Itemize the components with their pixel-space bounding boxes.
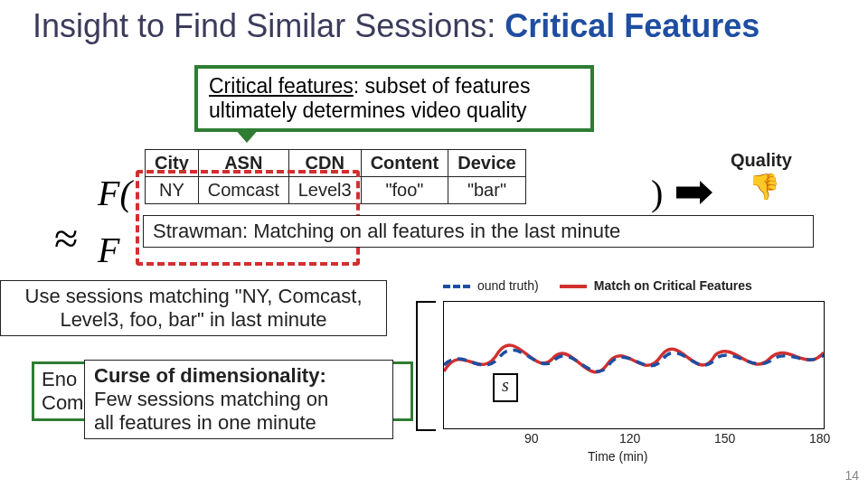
curse-line3: all features in one minute (94, 411, 383, 435)
chart-lines (444, 302, 824, 428)
function-f2: F (98, 229, 119, 271)
tick-180: 180 (809, 431, 830, 446)
use-sessions-callout: Use sessions matching "NY, Comcast, Leve… (0, 280, 387, 336)
y-axis-bracket (416, 301, 436, 431)
col-content: Content (361, 150, 448, 177)
legend-swatch-red (560, 285, 587, 288)
slide-title: Insight to Find Similar Sessions: Critic… (0, 0, 868, 45)
thumbs-down-icon: 👎 (749, 172, 780, 202)
curse-line1: Curse of dimensionality: (94, 364, 383, 388)
function-f-close: ) (651, 172, 663, 214)
legend-red-label: Match on Critical Features (594, 278, 752, 293)
tick-90: 90 (524, 431, 539, 446)
critical-features-callout: Critical features: subset of features ul… (194, 65, 594, 132)
chart-area: ound truth) Match on Critical Features s… (389, 278, 841, 468)
title-plain: Insight to Find Similar Sessions: (33, 7, 505, 44)
legend-swatch-blue (443, 285, 470, 288)
cell-content: "foo" (361, 177, 448, 204)
use-sessions-line1: Use sessions matching "NY, Comcast, (8, 285, 379, 308)
col-device: Device (448, 150, 526, 177)
quality-label: Quality (731, 150, 792, 171)
tick-120: 120 (619, 431, 640, 446)
legend-blue-label: ound truth) (477, 278, 539, 293)
approx-symbol: ≈ (54, 213, 78, 263)
strawman-callout: Strawman: Matching on all features in th… (143, 215, 814, 248)
page-number: 14 (844, 468, 859, 483)
tick-150: 150 (714, 431, 735, 446)
chart-legend: ound truth) Match on Critical Features (443, 278, 752, 293)
callout-underline: Critical features (209, 74, 354, 98)
arrow-icon (676, 181, 712, 204)
chart-xlabel: Time (min) (588, 449, 647, 464)
title-strong: Critical Features (505, 7, 760, 44)
cell-device: "bar" (448, 177, 526, 204)
curse-callout: Curse of dimensionality: Few sessions ma… (84, 360, 393, 439)
curse-line2: Few sessions matching on (94, 388, 383, 411)
s-annotation: s (493, 373, 518, 402)
function-f-open: F( (98, 172, 132, 214)
chart-plot (443, 301, 825, 429)
use-sessions-line2: Level3, foo, bar" in last minute (8, 308, 379, 332)
line-critical-features (444, 345, 824, 372)
